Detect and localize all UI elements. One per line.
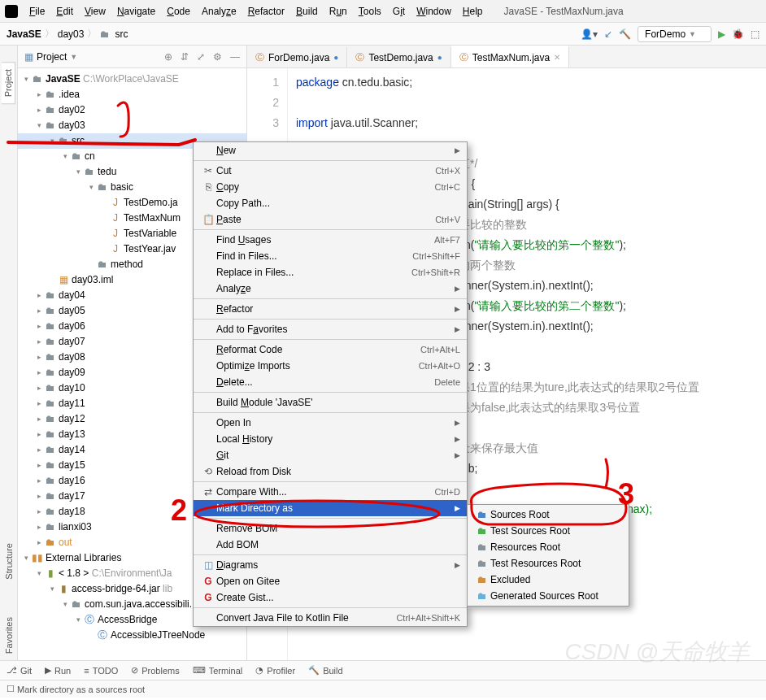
reload-icon: ⟲ [200, 466, 216, 477]
profiler-icon: ◔ [255, 665, 263, 676]
terminal-icon: ⌨ [193, 665, 206, 676]
run-config-select[interactable]: ForDemo ▼ [638, 26, 712, 42]
mark-directory-submenu: 🖿Sources Root 🖿Test Sources Root 🖿Resour… [467, 504, 629, 607]
menu-find-in-files[interactable]: Find in Files...Ctrl+Shift+F [194, 248, 467, 264]
tree-project-root[interactable]: ▾🖿JavaSE C:\WorkPlace\JavaSE [18, 72, 246, 87]
menu-git[interactable]: Git▶ [194, 447, 467, 463]
editor-tabs: ⒸForDemo.java● ⒸTestDemo.java● ⒸTestMaxN… [247, 46, 766, 68]
submenu-sources-root[interactable]: 🖿Sources Root [468, 507, 629, 523]
menu-compare[interactable]: ⇄Compare With...Ctrl+D [194, 484, 467, 500]
cut-icon: ✂ [200, 165, 216, 176]
tab-profiler[interactable]: ◔Profiler [255, 665, 295, 676]
menu-open-gitee[interactable]: GOpen on Gitee [194, 573, 467, 589]
vcs-update-icon[interactable]: ↙ [604, 28, 612, 40]
menu-copy[interactable]: ⎘CopyCtrl+C [194, 179, 467, 195]
menu-convert-kotlin[interactable]: Convert Java File to Kotlin FileCtrl+Alt… [194, 610, 467, 626]
breadcrumb-root[interactable]: JavaSE [7, 28, 41, 40]
tree-item[interactable]: ▸🖿.idea [18, 87, 246, 102]
menu-mark-directory[interactable]: Mark Directory as▶ [194, 500, 467, 516]
submenu-test-sources[interactable]: 🖿Test Sources Root [468, 523, 629, 539]
tool-tab-structure[interactable]: Structure [2, 537, 15, 586]
menu-cut[interactable]: ✂CutCtrl+X [194, 163, 467, 179]
tab-problems[interactable]: ⊘Problems [131, 665, 179, 676]
run-button[interactable]: ▶ [718, 28, 725, 40]
menu-new[interactable]: New▶ [194, 142, 467, 159]
test-resources-folder-icon: 🖿 [474, 558, 490, 569]
tab-git[interactable]: ⎇Git [7, 665, 32, 676]
editor-tab[interactable]: ⒸTestDemo.java● [347, 47, 450, 67]
sources-folder-icon: 🖿 [474, 509, 490, 520]
menu-help[interactable]: Help [458, 4, 488, 19]
submenu-generated-sources[interactable]: 🖿Generated Sources Root [468, 588, 629, 604]
tool-tab-favorites[interactable]: Favorites [2, 611, 15, 660]
menu-build[interactable]: Build [291, 4, 323, 19]
build-icon[interactable]: 🔨 [619, 28, 631, 40]
bottom-tool-tabs: ⎇Git ▶Run ≡TODO ⊘Problems ⌨Terminal ◔Pro… [0, 660, 766, 680]
status-bar: ☐ Mark directory as a sources root [0, 680, 766, 698]
menu-tools[interactable]: Tools [354, 4, 386, 19]
menu-refactor[interactable]: Refactor [243, 4, 289, 19]
menu-code[interactable]: Code [162, 4, 195, 19]
status-text: Mark directory as a sources root [17, 685, 145, 694]
menu-file[interactable]: File [24, 4, 50, 19]
debug-button[interactable]: 🐞 [732, 28, 744, 40]
menu-find-usages[interactable]: Find UsagesAlt+F7 [194, 232, 467, 248]
todo-icon: ≡ [84, 666, 89, 676]
menu-analyze[interactable]: Analyze▶ [194, 280, 467, 297]
menu-navigate[interactable]: Navigate [112, 4, 160, 19]
menu-remove-bom[interactable]: Remove BOM [194, 520, 467, 537]
dropdown-icon[interactable]: ▼ [70, 53, 77, 61]
menu-copy-path[interactable]: Copy Path... [194, 195, 467, 211]
submenu-test-resources[interactable]: 🖿Test Resources Root [468, 555, 629, 572]
close-tab-icon[interactable]: ● [333, 53, 338, 62]
menu-window[interactable]: Window [411, 4, 456, 19]
menu-replace-in-files[interactable]: Replace in Files...Ctrl+Shift+R [194, 264, 467, 280]
menu-delete[interactable]: Delete...Delete [194, 374, 467, 390]
tab-todo[interactable]: ≡TODO [84, 666, 118, 676]
menu-create-gist[interactable]: GCreate Gist... [194, 589, 467, 606]
tree-item[interactable]: ▸🖿day02 [18, 102, 246, 118]
menu-refactor[interactable]: Refactor▶ [194, 301, 467, 317]
menu-run[interactable]: Run [324, 4, 352, 19]
expand-all-icon[interactable]: ⇵ [181, 51, 189, 63]
window-title: JavaSE - TestMaxNum.java [504, 6, 624, 17]
submenu-excluded[interactable]: 🖿Excluded [468, 572, 629, 588]
breadcrumb-p2[interactable]: src [115, 28, 128, 40]
menu-reformat[interactable]: Reformat CodeCtrl+Alt+L [194, 341, 467, 358]
collapse-all-icon[interactable]: ⤢ [197, 51, 205, 63]
java-class-icon: Ⓒ [355, 51, 364, 63]
breadcrumb-p1[interactable]: day03 [58, 28, 85, 40]
tree-item[interactable]: ▾🖿day03 [18, 118, 246, 133]
app-logo-icon [5, 5, 18, 18]
select-opened-file-icon[interactable]: ⊕ [164, 51, 172, 63]
tool-tab-project[interactable]: Project [2, 62, 15, 104]
excluded-folder-icon: 🖿 [474, 574, 490, 585]
editor-tab-active[interactable]: ⒸTestMaxNum.java✕ [451, 46, 569, 67]
settings-icon[interactable]: ⚙ [213, 51, 222, 63]
menu-analyze[interactable]: Analyze [197, 4, 242, 19]
menu-optimize-imports[interactable]: Optimize ImportsCtrl+Alt+O [194, 358, 467, 374]
project-view-label[interactable]: Project [37, 51, 67, 63]
menu-paste[interactable]: 📋PasteCtrl+V [194, 211, 467, 228]
tab-run[interactable]: ▶Run [45, 665, 71, 676]
tree-class[interactable]: ⒸAccessibleJTreeNode [18, 628, 246, 643]
menu-open-in[interactable]: Open In▶ [194, 415, 467, 431]
menu-add-favorites[interactable]: Add to Favorites▶ [194, 321, 467, 337]
menu-view[interactable]: View [80, 4, 111, 19]
hide-icon[interactable]: — [230, 51, 240, 63]
editor-tab[interactable]: ⒸForDemo.java● [247, 47, 347, 67]
close-tab-icon[interactable]: ● [437, 53, 442, 62]
user-icon[interactable]: 👤▾ [581, 28, 598, 40]
menu-edit[interactable]: Edit [51, 4, 78, 19]
tab-terminal[interactable]: ⌨Terminal [193, 665, 243, 676]
close-tab-icon[interactable]: ✕ [554, 53, 560, 62]
run-with-coverage-icon[interactable]: ⬚ [751, 28, 759, 40]
menu-build-module[interactable]: Build Module 'JavaSE' [194, 394, 467, 411]
menu-add-bom[interactable]: Add BOM [194, 537, 467, 553]
tab-build[interactable]: 🔨Build [308, 665, 342, 676]
menu-git[interactable]: Git [388, 4, 410, 19]
submenu-resources[interactable]: 🖿Resources Root [468, 539, 629, 555]
menu-reload[interactable]: ⟲Reload from Disk [194, 463, 467, 480]
menu-local-history[interactable]: Local History▶ [194, 431, 467, 447]
menu-diagrams[interactable]: ◫Diagrams▶ [194, 557, 467, 573]
